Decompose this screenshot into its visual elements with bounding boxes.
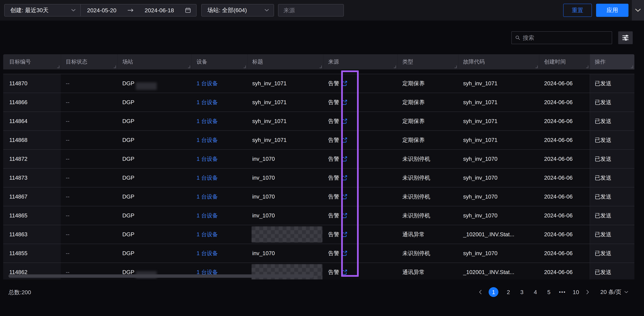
device-count-link[interactable]: 1 台设备 <box>192 150 247 168</box>
external-link-icon[interactable] <box>341 99 348 105</box>
external-link-icon[interactable] <box>341 156 348 162</box>
device-count-link-text[interactable]: 1 台设备 <box>196 155 218 163</box>
device-count-link-text[interactable]: 1 台设备 <box>196 117 218 125</box>
apply-button[interactable]: 应用 <box>596 4 628 17</box>
type-cell-text: 定期保养 <box>402 99 425 106</box>
horizontal-scrollbar[interactable] <box>8 274 314 278</box>
device-count-link-text[interactable]: 1 台设备 <box>196 99 218 106</box>
target-status-cell-text: -- <box>66 175 70 181</box>
column-resize-handle[interactable] <box>114 65 116 68</box>
created-filter-dropdown[interactable]: 创建: 最近30天 <box>4 4 81 16</box>
source-link[interactable] <box>341 269 348 275</box>
prev-page-button[interactable] <box>478 289 482 295</box>
fault-code-cell-text: syh_inv_1070 <box>463 156 498 162</box>
search-input[interactable] <box>523 34 608 41</box>
column-header: 来源 <box>323 54 397 69</box>
page-ellipsis[interactable]: ••• <box>559 289 566 295</box>
station-cell: DGP <box>117 112 192 130</box>
page-button[interactable]: 3 <box>518 289 526 296</box>
source-link[interactable] <box>341 212 348 219</box>
action-cell: 已发送 <box>590 131 634 149</box>
type-cell: 未识别停机 <box>397 169 458 187</box>
external-link-icon[interactable] <box>341 118 348 124</box>
external-link-icon[interactable] <box>341 137 348 143</box>
column-settings-button[interactable] <box>618 31 633 44</box>
table-row: 114865--DGP1 台设备inv_1070告警未识别停机syh_inv_1… <box>3 206 634 225</box>
external-link-icon[interactable] <box>341 269 348 275</box>
device-count-link-text[interactable]: 1 台设备 <box>196 80 218 87</box>
device-count-link-text[interactable]: 1 台设备 <box>196 212 218 219</box>
collapse-panel-toggle[interactable] <box>632 0 644 20</box>
device-count-link-text[interactable]: 1 台设备 <box>196 231 218 238</box>
column-resize-handle[interactable] <box>631 65 633 68</box>
device-count-link[interactable]: 1 台设备 <box>192 225 247 244</box>
source-link[interactable] <box>341 118 348 124</box>
external-link-icon[interactable] <box>341 250 348 257</box>
device-count-link[interactable]: 1 台设备 <box>192 206 247 225</box>
target-status-cell-text: -- <box>66 231 70 238</box>
page-button[interactable]: 10 <box>572 289 580 296</box>
column-resize-handle[interactable] <box>57 65 60 68</box>
created-time-cell-text: 2024-06-06 <box>544 250 573 257</box>
page-button[interactable]: 5 <box>545 289 552 296</box>
source-link[interactable] <box>341 194 348 200</box>
column-resize-handle[interactable] <box>586 65 588 68</box>
title-cell-text: inv_1070 <box>252 212 275 219</box>
source-link[interactable] <box>341 231 348 238</box>
page-button[interactable]: 2 <box>505 289 512 296</box>
external-link-icon[interactable] <box>341 80 348 87</box>
source-link[interactable] <box>341 250 348 257</box>
reset-button[interactable]: 重置 <box>563 4 592 17</box>
external-link-icon[interactable] <box>341 175 348 181</box>
device-count-link[interactable]: 1 台设备 <box>192 112 247 130</box>
source-filter-input[interactable] <box>284 7 338 14</box>
action-cell-text: 已发送 <box>595 212 612 219</box>
external-link-icon[interactable] <box>341 194 348 200</box>
device-count-link[interactable]: 1 台设备 <box>192 93 247 112</box>
device-count-link-text[interactable]: 1 台设备 <box>196 250 218 257</box>
source-link[interactable] <box>341 80 348 87</box>
device-count-link-text[interactable]: 1 台设备 <box>196 193 218 201</box>
column-resize-handle[interactable] <box>188 65 190 68</box>
target-id-cell-text: 114872 <box>9 156 28 162</box>
station-cell: DGP <box>117 169 192 187</box>
station-cell: DGP <box>117 244 192 263</box>
column-resize-handle[interactable] <box>394 65 396 68</box>
title-cell: syh_inv_1071 <box>247 74 323 93</box>
source-link[interactable] <box>341 137 348 143</box>
page-size-selector[interactable]: 20 条/页 <box>600 288 628 296</box>
device-count-link-text[interactable]: 1 台设备 <box>196 136 218 144</box>
external-link-icon[interactable] <box>341 231 348 238</box>
external-link-icon[interactable] <box>341 212 348 219</box>
next-page-button[interactable] <box>586 289 590 295</box>
page-button[interactable]: 4 <box>532 289 539 296</box>
start-date[interactable]: 2024-05-20 <box>87 7 116 14</box>
device-count-link[interactable]: 1 台设备 <box>192 169 247 187</box>
column-resize-handle[interactable] <box>320 65 322 68</box>
station-filter-dropdown[interactable]: 场站: 全部(604) <box>201 4 274 16</box>
title-cell: syh_inv_1071 <box>247 93 323 112</box>
column-resize-handle[interactable] <box>536 65 538 68</box>
source-link[interactable] <box>341 99 348 105</box>
device-count-link-text[interactable]: 1 台设备 <box>196 174 218 182</box>
column-resize-handle[interactable] <box>454 65 457 68</box>
column-resize-handle[interactable] <box>244 65 246 68</box>
device-count-link[interactable]: 1 台设备 <box>192 131 247 149</box>
page-button[interactable]: 1 <box>488 287 498 297</box>
source-link[interactable] <box>341 156 348 162</box>
source-link[interactable] <box>341 175 348 181</box>
date-range-picker[interactable]: 2024-05-20 2024-06-18 <box>80 4 196 16</box>
device-count-link[interactable]: 1 台设备 <box>192 74 247 93</box>
created-time-cell-text: 2024-06-06 <box>544 212 573 219</box>
device-count-link[interactable]: 1 台设备 <box>192 187 247 206</box>
column-header-label: 类型 <box>402 58 413 65</box>
type-cell: 定期保养 <box>397 112 458 130</box>
source-cell: 告警 <box>323 244 397 263</box>
device-count-link[interactable]: 1 台设备 <box>192 244 247 263</box>
end-date[interactable]: 2024-06-18 <box>144 7 174 14</box>
target-status-cell: -- <box>61 206 117 225</box>
column-header: 操作 <box>590 54 634 69</box>
target-id-cell: 114865 <box>3 206 61 225</box>
action-cell: 已发送 <box>590 225 634 244</box>
target-id-cell-text: 114868 <box>9 137 28 143</box>
